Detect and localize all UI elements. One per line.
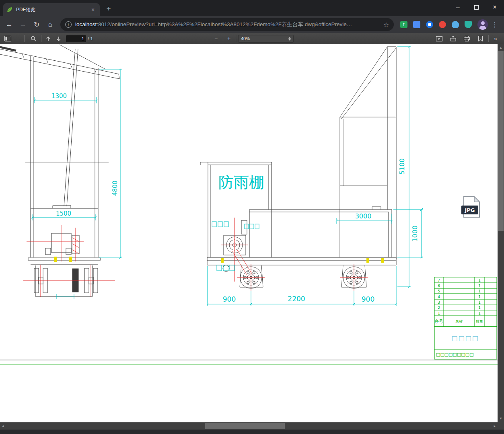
arrow-down-icon — [56, 36, 61, 41]
dim-label-5100: 5100 — [398, 158, 406, 175]
select-spinner-icon — [288, 37, 291, 41]
new-tab-button[interactable]: + — [104, 4, 113, 14]
tab-title: PDF预览 — [16, 6, 89, 13]
side-view-centerlines — [221, 218, 368, 291]
scroll-up-icon[interactable]: ▲ — [498, 45, 504, 51]
bom-row-qty: 1 — [478, 306, 481, 310]
bom-row-no: 4 — [438, 295, 440, 299]
open-file-icon — [450, 36, 456, 41]
reload-button[interactable]: ↻ — [31, 19, 42, 30]
profile-avatar[interactable] — [477, 19, 488, 30]
forward-button[interactable]: → — [17, 19, 29, 30]
maximize-icon — [474, 5, 479, 10]
next-page-button[interactable] — [54, 33, 64, 44]
front-view-highlights — [54, 257, 72, 262]
dim-label-1300: 1300 — [51, 93, 67, 100]
zoom-in-button[interactable]: + — [224, 33, 234, 44]
favicon-leaf-icon — [6, 6, 13, 13]
dim-label-900-right: 900 — [362, 295, 374, 303]
zoom-select[interactable]: 40% — [238, 35, 294, 43]
page-count-label: / 1 — [88, 36, 93, 41]
browser-toolbar: ← → ↻ ⌂ i localhost:8012/onlinePreview?u… — [0, 16, 504, 33]
avatar-body-icon — [479, 26, 486, 30]
sheet-border-lines — [0, 360, 498, 365]
bom-row-qty: 1 — [478, 311, 481, 315]
extension-icon-4[interactable] — [439, 21, 446, 28]
cad-drawing: 1300 1500 4800 — [0, 44, 498, 422]
bom-row-no: 5 — [438, 289, 440, 293]
toolbar-separator — [236, 35, 236, 42]
open-file-button[interactable] — [448, 33, 458, 44]
bom-table-grid — [434, 277, 497, 359]
previous-page-button[interactable] — [43, 33, 53, 44]
dim-label-4800: 4800 — [111, 181, 119, 196]
minimize-button[interactable]: ─ — [448, 0, 467, 14]
extension-icon-6[interactable] — [465, 21, 472, 28]
extension-icon-1[interactable]: t — [400, 21, 407, 28]
search-icon — [31, 36, 36, 41]
find-button[interactable] — [28, 33, 39, 44]
scroll-down-icon[interactable]: ▼ — [498, 416, 504, 422]
front-view-dim-labels: 1300 1500 4800 — [51, 93, 119, 217]
front-view-structure — [0, 45, 119, 296]
avatar-head-icon — [481, 21, 485, 25]
arrow-up-icon — [46, 36, 51, 41]
horizontal-scrollbar-thumb[interactable] — [205, 423, 285, 429]
bom-row-qty: 1 — [478, 284, 481, 288]
pdf-page-canvas[interactable]: 1300 1500 4800 — [0, 44, 498, 422]
dim-label-1000: 1000 — [411, 226, 419, 242]
vertical-scrollbar[interactable]: ▲ ▼ — [498, 44, 504, 422]
page-number-input[interactable] — [66, 35, 86, 42]
vertical-scrollbar-thumb[interactable] — [498, 51, 504, 231]
scroll-right-icon[interactable]: ► — [492, 422, 498, 430]
bom-row-qty: 1 — [478, 295, 481, 299]
bom-header-no: 序号 — [434, 319, 443, 324]
dim-label-1500: 1500 — [56, 210, 71, 217]
close-button[interactable]: × — [485, 0, 504, 14]
jpg-file-icon: JPG — [461, 197, 479, 217]
zoom-value: 40% — [241, 36, 288, 41]
browser-tab[interactable]: PDF预览 × — [3, 3, 100, 16]
home-button[interactable]: ⌂ — [45, 19, 56, 30]
back-button[interactable]: ← — [4, 19, 15, 30]
presentation-mode-icon — [436, 36, 442, 41]
bookmark-star-icon[interactable]: ☆ — [383, 21, 389, 29]
dim-label-900-left: 900 — [223, 295, 236, 303]
dim-label-2200: 2200 — [288, 295, 305, 303]
browser-menu-button[interactable]: ⋮ — [492, 21, 498, 29]
presentation-mode-button[interactable] — [434, 33, 444, 44]
bom-header-name: 名称 — [455, 319, 463, 323]
url-path: :8012/onlinePreview?url=http%3A%2F%2Floc… — [97, 21, 352, 27]
sidebar-toggle-button[interactable] — [2, 33, 13, 44]
url-text: localhost:8012/onlinePreview?url=http%3A… — [75, 21, 380, 28]
bom-header-qty: 数量 — [476, 319, 483, 323]
print-button[interactable] — [462, 33, 471, 44]
scrollbar-corner — [498, 422, 504, 430]
bom-row-no: 3 — [438, 300, 440, 304]
zoom-out-button[interactable]: − — [211, 33, 221, 44]
bom-row-no: 2 — [438, 306, 440, 310]
print-icon — [464, 36, 470, 41]
extension-icon-3[interactable] — [426, 21, 433, 28]
horizontal-scrollbar[interactable]: ◄ ► — [0, 422, 498, 430]
bookmark-button[interactable] — [476, 33, 484, 44]
extensions-area: t — [400, 21, 472, 28]
jpg-label: JPG — [464, 207, 475, 213]
bom-row-qty: 1 — [478, 289, 481, 293]
address-bar[interactable]: i localhost:8012/onlinePreview?url=http%… — [60, 18, 394, 31]
toolbar-separator — [24, 35, 25, 42]
toolbar-separator — [41, 35, 41, 42]
canopy-label: 防雨棚 — [218, 173, 264, 191]
dim-label-3000: 3000 — [355, 212, 372, 220]
title-block-text: □□□□ — [452, 334, 479, 342]
site-info-icon[interactable]: i — [65, 21, 72, 28]
extension-icon-2[interactable] — [413, 21, 420, 28]
bom-row-no: 1 — [438, 311, 440, 315]
side-view-highlights — [221, 258, 384, 263]
extension-icon-5[interactable] — [452, 21, 459, 28]
maximize-button[interactable] — [467, 0, 485, 14]
more-tools-button[interactable]: » — [492, 33, 500, 44]
tab-close-button[interactable]: × — [89, 6, 97, 13]
bom-row-qty: 1 — [478, 278, 481, 282]
scroll-left-icon[interactable]: ◄ — [0, 422, 6, 430]
